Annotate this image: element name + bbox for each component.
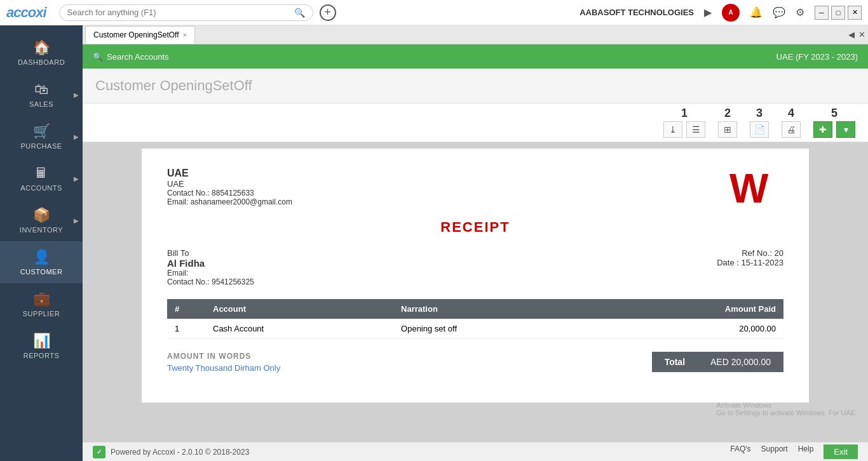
sidebar-item-purchase[interactable]: 🛒 PURCHASE ▶ xyxy=(0,116,83,157)
bill-to-left: Bill To Al Fidha Email: Contact No.: 954… xyxy=(167,248,254,286)
toolbar-edit-button[interactable]: ⊞ xyxy=(718,121,737,138)
svg-text:W: W xyxy=(729,168,769,206)
company-name: AABASOFT TECHNOLOGIES xyxy=(580,8,694,17)
footer-right: FAQ's Support Help Exit xyxy=(730,444,858,459)
company-info: UAE UAE Contact No.: 8854125633 Email: a… xyxy=(167,168,292,206)
sales-icon: 🛍 xyxy=(34,81,48,98)
toolbar-save-button[interactable]: ⤓ xyxy=(663,121,682,138)
tab-customer-openingsetoff[interactable]: Customer OpeningSetOff × xyxy=(85,26,195,44)
reports-icon: 📊 xyxy=(33,333,50,349)
content-area: Customer OpeningSetOff × ◀ ✕ 🔍 Search Ac… xyxy=(83,25,868,461)
table-row: 1 Cash Account Opening set off 20,000.00 xyxy=(167,319,783,339)
receipt-title: RECEIPT xyxy=(167,219,783,236)
sidebar-item-customer[interactable]: 👤 CUSTOMER xyxy=(0,241,83,283)
company-contact: Contact No.: 8854125633 xyxy=(167,189,292,197)
company-email: Email: ashanameer2000@gmail.com xyxy=(167,197,292,206)
tab-controls: ◀ ✕ xyxy=(848,30,865,39)
ref-no: Ref No.: 20 xyxy=(717,248,783,258)
inventory-icon: 📦 xyxy=(33,207,50,224)
footer-faqs-link[interactable]: FAQ's xyxy=(730,444,750,459)
sidebar-item-dashboard[interactable]: 🏠 DASHBOARD xyxy=(0,32,83,74)
dropdown-arrow-icon[interactable]: ▶ xyxy=(704,6,712,18)
sales-arrow-icon: ▶ xyxy=(74,91,79,98)
bill-to-label: Bill To xyxy=(167,248,254,258)
toolbar-num-2: 2 xyxy=(724,107,731,119)
customer-name: Al Fidha xyxy=(167,258,254,269)
toolbar-pdf-button[interactable]: 📄 xyxy=(750,121,769,138)
close-button[interactable]: ✕ xyxy=(848,6,862,20)
toolbar-group-2: 2 ⊞ xyxy=(718,107,737,138)
toolbar-group-1: 1 ⤓ ☰ xyxy=(663,107,705,138)
sidebar-label-dashboard: DASHBOARD xyxy=(18,58,65,66)
exit-button[interactable]: Exit xyxy=(824,444,858,459)
receipt-table-header-row: # Account Narration Amount Paid xyxy=(167,299,783,319)
accounts-arrow-icon: ▶ xyxy=(74,175,79,182)
search-input[interactable] xyxy=(67,8,294,17)
toolbar-add-button[interactable]: ✚ xyxy=(813,121,832,138)
toolbar: 1 ⤓ ☰ 2 ⊞ 3 📄 4 🖨 xyxy=(83,104,868,142)
total-amount: AED 20,000.00 xyxy=(710,357,771,367)
add-tab-button[interactable]: + xyxy=(320,4,336,21)
company-logo: W xyxy=(726,168,783,206)
bell-icon[interactable]: 🔔 xyxy=(750,6,763,18)
app-logo: accoxi xyxy=(6,4,46,21)
tab-close-button[interactable]: × xyxy=(183,31,187,39)
toolbar-print-button[interactable]: 🖨 xyxy=(782,121,801,138)
toolbar-num-1: 1 xyxy=(681,107,688,119)
inventory-arrow-icon: ▶ xyxy=(74,217,79,224)
maximize-button[interactable]: □ xyxy=(831,6,845,20)
activate-watermark: Activate WindowsGo to Settings to activa… xyxy=(716,401,855,417)
toolbar-btn-row-1: ⤓ ☰ xyxy=(663,121,705,138)
page-title: Customer OpeningSetOff xyxy=(95,77,855,94)
cell-num: 1 xyxy=(167,319,205,339)
sidebar-label-supplier: SUPPLIER xyxy=(23,310,60,317)
col-header-account: Account xyxy=(205,299,393,319)
footer-logo-icon: ✓ xyxy=(93,446,105,458)
sidebar-item-accounts[interactable]: 🖩 ACCOUNTS ▶ xyxy=(0,157,83,199)
cell-account: Cash Account xyxy=(205,319,393,339)
green-header: 🔍 Search Accounts UAE (FY 2023 - 2023) xyxy=(83,44,868,69)
tab-scroll-right-icon[interactable]: ✕ xyxy=(858,30,865,39)
col-header-amount: Amount Paid xyxy=(595,299,783,319)
footer-help-link[interactable]: Help xyxy=(798,444,814,459)
page-title-area: Customer OpeningSetOff xyxy=(83,69,868,104)
search-bar[interactable]: 🔍 xyxy=(59,4,313,21)
sidebar-item-supplier[interactable]: 💼 SUPPLIER xyxy=(0,283,83,325)
sidebar: 🏠 DASHBOARD 🛍 SALES ▶ 🛒 PURCHASE ▶ 🖩 ACC… xyxy=(0,25,83,461)
tab-scroll-left-icon[interactable]: ◀ xyxy=(848,30,855,39)
toolbar-list-button[interactable]: ☰ xyxy=(686,121,705,138)
total-box: Total AED 20,000.00 xyxy=(652,352,783,372)
footer: ✓ Powered by Accoxi - 2.0.10 © 2018-2023… xyxy=(83,442,868,461)
receipt-header: UAE UAE Contact No.: 8854125633 Email: a… xyxy=(167,168,783,206)
settings-icon[interactable]: ⚙ xyxy=(796,6,804,18)
minimize-button[interactable]: ─ xyxy=(815,6,829,20)
top-bar: accoxi 🔍 + AABASOFT TECHNOLOGIES ▶ A 🔔 💬… xyxy=(0,0,868,25)
footer-support-link[interactable]: Support xyxy=(761,444,788,459)
top-right-controls: AABASOFT TECHNOLOGIES ▶ A 🔔 💬 ⚙ ─ □ ✕ xyxy=(580,4,862,22)
receipt-table-body: 1 Cash Account Opening set off 20,000.00 xyxy=(167,319,783,339)
toolbar-dropdown-button[interactable]: ▾ xyxy=(836,121,855,138)
sidebar-item-inventory[interactable]: 📦 INVENTORY ▶ xyxy=(0,199,83,241)
toolbar-group-4: 4 🖨 xyxy=(782,107,801,138)
receipt-wrapper[interactable]: UAE UAE Contact No.: 8854125633 Email: a… xyxy=(83,142,868,442)
sidebar-label-accounts: ACCOUNTS xyxy=(20,184,62,192)
receipt-table-head: # Account Narration Amount Paid xyxy=(167,299,783,319)
sidebar-label-reports: REPORTS xyxy=(24,352,59,359)
chat-icon[interactable]: 💬 xyxy=(773,6,785,18)
tab-label: Customer OpeningSetOff xyxy=(93,30,179,39)
toolbar-num-4: 4 xyxy=(788,107,794,119)
toolbar-group-3: 3 📄 xyxy=(750,107,769,138)
logo-text: accoxi xyxy=(6,4,46,20)
sidebar-label-customer: CUSTOMER xyxy=(20,268,63,276)
search-accounts-label: Search Accounts xyxy=(107,52,169,62)
sidebar-item-sales[interactable]: 🛍 SALES ▶ xyxy=(0,74,83,116)
tab-bar: Customer OpeningSetOff × ◀ ✕ xyxy=(83,25,868,44)
sidebar-item-reports[interactable]: 📊 REPORTS xyxy=(0,325,83,367)
search-accounts-button[interactable]: 🔍 Search Accounts xyxy=(93,52,169,62)
toolbar-btn-row-5: ✚ ▾ xyxy=(813,121,855,138)
bill-to-right: Ref No.: 20 Date : 15-11-2023 xyxy=(717,248,783,286)
receipt-table: # Account Narration Amount Paid 1 Cash A… xyxy=(167,299,783,339)
amount-words-value: Twenty Thousand Dirham Only xyxy=(167,363,280,373)
toolbar-btn-row-2: ⊞ xyxy=(718,121,737,138)
col-header-narration: Narration xyxy=(393,299,595,319)
